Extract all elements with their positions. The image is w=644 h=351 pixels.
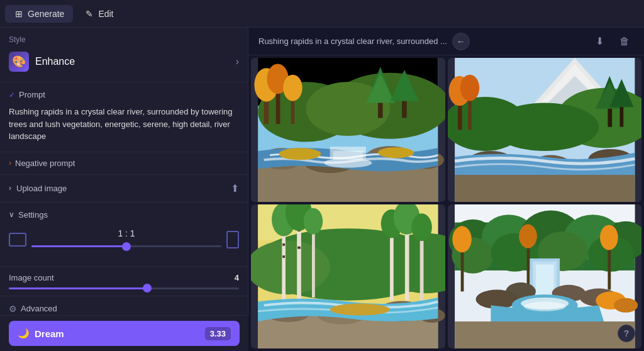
prompt-chevron-icon: ✓ [9, 91, 15, 99]
style-left: 🎨 Enhance [9, 52, 75, 72]
sidebar: Style 🎨 Enhance › ✓ Prompt Rushing rapid… [0, 28, 248, 351]
style-label: Style [9, 35, 239, 44]
count-slider-fill [9, 287, 147, 289]
help-button[interactable]: ? [618, 325, 635, 342]
svg-rect-60 [297, 247, 301, 249]
negative-prompt-section: › Negative prompt [0, 152, 248, 175]
top-nav: ⊞ Generate ✎ Edit [0, 0, 644, 28]
svg-rect-68 [420, 231, 424, 301]
image-cell-1[interactable] [251, 58, 445, 202]
dream-bar: 🌙 Dream 3.33 [0, 315, 248, 351]
upload-image-section[interactable]: › Upload image ⬆ [0, 175, 248, 203]
svg-point-105 [613, 298, 637, 313]
dream-label: Dream [35, 328, 64, 339]
main-layout: Style 🎨 Enhance › ✓ Prompt Rushing rapid… [0, 28, 644, 351]
negative-prompt-label: Negative prompt [15, 159, 75, 168]
edit-tab[interactable]: ✎ Edit [75, 5, 122, 23]
svg-point-75 [330, 303, 390, 315]
style-selector[interactable]: 🎨 Enhance › [9, 49, 239, 74]
advanced-header[interactable]: ⚙ Advanced [9, 304, 239, 314]
result-title: Rushing rapids in a crystal clear river,… [258, 36, 447, 46]
generate-icon: ⊞ [14, 9, 24, 19]
upload-left: › Upload image [9, 184, 67, 193]
image-cell-4[interactable]: ? [448, 204, 642, 348]
aspect-landscape-icon [9, 233, 26, 247]
negative-prompt-chevron-icon: › [9, 159, 11, 167]
image-count-value: 4 [235, 273, 239, 282]
aspect-portrait-icon [226, 231, 239, 248]
settings-chevron-icon: ∨ [9, 210, 14, 219]
dream-button[interactable]: 🌙 Dream 3.33 [9, 321, 240, 346]
svg-point-91 [519, 224, 537, 248]
result-back-btn[interactable]: ← [452, 33, 470, 50]
count-slider-thumb[interactable] [143, 284, 152, 292]
style-icon: 🎨 [9, 52, 29, 72]
svg-point-25 [378, 147, 414, 158]
style-section: Style 🎨 Enhance › [0, 28, 248, 82]
svg-rect-106 [455, 321, 635, 348]
prompt-header[interactable]: ✓ Prompt [9, 90, 239, 99]
edit-icon: ✎ [84, 9, 94, 19]
aspect-ratio-row: 1 : 1 [9, 228, 239, 251]
svg-rect-47 [455, 175, 635, 202]
svg-point-23 [324, 158, 372, 167]
right-panel: Rushing rapids in a crystal clear river,… [248, 28, 644, 351]
dream-left: 🌙 Dream [18, 328, 64, 339]
svg-point-93 [600, 225, 618, 250]
aspect-ratio-value: 1 : 1 [118, 228, 135, 238]
result-header: Rushing rapids in a crystal clear river,… [248, 28, 644, 55]
aspect-slider-track [31, 245, 221, 247]
generate-tab[interactable]: ⊞ Generate [5, 5, 73, 23]
image-count-section: Image count 4 [0, 267, 248, 296]
advanced-label: Advanced [21, 304, 57, 313]
svg-point-24 [279, 148, 321, 160]
svg-point-32 [491, 103, 599, 151]
delete-button[interactable]: 🗑 [615, 32, 634, 51]
upload-chevron-icon: › [9, 184, 11, 192]
svg-rect-64 [390, 228, 394, 301]
aspect-slider-fill [31, 245, 126, 247]
result-actions: ⬇ 🗑 [590, 32, 634, 51]
svg-point-69 [411, 213, 431, 241]
settings-header[interactable]: ∨ Settings [9, 210, 239, 220]
image-count-header: Image count 4 [9, 273, 239, 282]
style-name: Enhance [35, 56, 75, 67]
svg-point-99 [475, 289, 518, 309]
settings-section: ∨ Settings 1 : 1 [0, 203, 248, 267]
upload-icon[interactable]: ⬆ [231, 182, 239, 194]
svg-rect-62 [312, 225, 315, 297]
generate-label: Generate [28, 9, 64, 19]
image-cell-3[interactable] [251, 204, 445, 348]
svg-point-36 [460, 75, 479, 101]
advanced-icon: ⚙ [9, 304, 17, 314]
svg-rect-55 [282, 243, 285, 246]
image-cell-2[interactable] [448, 58, 642, 202]
svg-point-103 [523, 302, 565, 311]
dream-icon: 🌙 [18, 328, 30, 339]
svg-point-10 [283, 75, 303, 101]
upload-label: Upload image [16, 184, 67, 193]
prompt-label: Prompt [19, 90, 45, 99]
svg-point-89 [452, 226, 472, 252]
image-count-label: Image count [9, 273, 54, 282]
svg-rect-56 [282, 255, 285, 258]
style-chevron-icon: › [236, 56, 239, 67]
image-grid: ? [248, 55, 644, 351]
image-count-slider[interactable] [9, 287, 239, 289]
settings-label: Settings [18, 210, 48, 220]
prompt-section: ✓ Prompt Rushing rapids in a crystal cle… [0, 82, 248, 152]
count-slider-track [9, 287, 239, 289]
svg-point-63 [304, 208, 323, 235]
download-button[interactable]: ⬇ [590, 32, 609, 51]
dream-cost: 3.33 [205, 327, 231, 340]
aspect-slider-thumb[interactable] [122, 242, 131, 251]
edit-label: Edit [98, 9, 113, 19]
result-title-area: Rushing rapids in a crystal clear river,… [258, 33, 470, 50]
prompt-text[interactable]: Rushing rapids in a crystal clear river,… [9, 104, 239, 144]
negative-prompt-header[interactable]: › Negative prompt [9, 159, 239, 168]
